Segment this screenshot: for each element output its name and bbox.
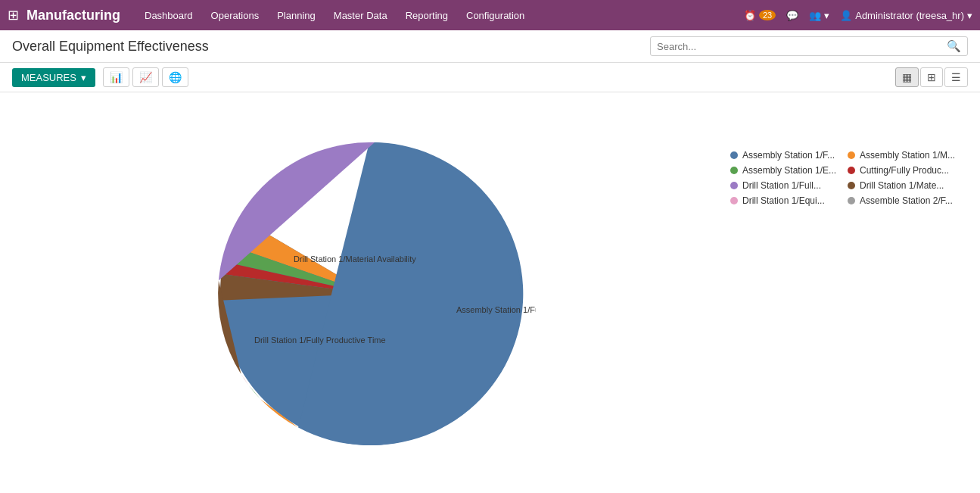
measures-dropdown-arrow: ▾ xyxy=(81,72,86,83)
legend-item-5: Drill Station 1/Mate... xyxy=(848,180,957,191)
chart-view-button[interactable]: ▦ xyxy=(895,67,919,87)
chat-icon: 💬 xyxy=(786,10,798,21)
search-input[interactable] xyxy=(657,41,947,52)
pie-chart-icon: 🌐 xyxy=(169,71,182,83)
pie-chart: Assembly Station 1/Fully Productive Time… xyxy=(203,127,536,460)
legend-item-2: Assembly Station 1/E... xyxy=(730,165,840,176)
nav-planning[interactable]: Planning xyxy=(275,7,317,24)
nav-dashboard[interactable]: Dashboard xyxy=(143,7,194,24)
legend-label-4: Drill Station 1/Full... xyxy=(742,180,821,191)
bar-chart-button[interactable]: 📊 xyxy=(103,67,129,87)
nav-configuration[interactable]: Configuration xyxy=(465,7,526,24)
legend-area: Assembly Station 1/F... Assembly Station… xyxy=(723,108,965,479)
measures-button[interactable]: MEASURES ▾ xyxy=(12,68,95,87)
user-icon: 👤 xyxy=(840,10,852,21)
chart-area: Assembly Station 1/Fully Productive Time… xyxy=(15,108,723,479)
legend-label-1: Assembly Station 1/M... xyxy=(860,150,955,161)
legend-item-4: Drill Station 1/Full... xyxy=(730,180,840,191)
label-drill-material: Drill Station 1/Material Availability xyxy=(294,254,416,264)
view-toggle-buttons: ▦ ⊞ ☰ xyxy=(895,67,968,87)
chart-type-buttons: 📊 📈 🌐 xyxy=(103,67,188,87)
legend-label-6: Drill Station 1/Equi... xyxy=(742,195,825,206)
line-chart-button[interactable]: 📈 xyxy=(132,67,159,87)
chart-view-icon: ▦ xyxy=(902,71,912,83)
line-chart-icon: 📈 xyxy=(139,71,152,83)
search-icon[interactable]: 🔍 xyxy=(947,39,961,53)
page-title: Overall Equipment Effectiveness xyxy=(12,39,650,55)
list-view-icon: ☰ xyxy=(951,71,961,83)
label-drill-fpt: Drill Station 1/Fully Productive Time xyxy=(254,335,386,345)
label-assembly-fpt: Assembly Station 1/Fully Productive Time xyxy=(456,305,536,314)
table-view-icon: ⊞ xyxy=(927,71,936,83)
user-name: Administrator (treesa_hr) xyxy=(855,10,964,21)
legend-dot-6 xyxy=(730,197,738,204)
legend-dot-1 xyxy=(848,151,855,159)
list-view-button[interactable]: ☰ xyxy=(944,67,968,87)
chat-button[interactable]: 💬 xyxy=(786,10,798,21)
pie-chart-button[interactable]: 🌐 xyxy=(162,67,188,87)
top-right-icons: ⏰ 23 💬 👥 ▾ 👤 Administrator (treesa_hr) ▾ xyxy=(744,10,972,21)
nav-menu: Dashboard Operations Planning Master Dat… xyxy=(143,7,744,24)
bar-chart-icon: 📊 xyxy=(110,71,123,83)
legend-label-0: Assembly Station 1/F... xyxy=(742,150,835,161)
main-content: Assembly Station 1/Fully Productive Time… xyxy=(0,92,980,493)
sub-header: Overall Equipment Effectiveness 🔍 xyxy=(0,30,980,63)
legend-item-7: Assemble Station 2/F... xyxy=(848,195,957,206)
seg-assembly-fpt xyxy=(298,142,521,445)
legend-dot-2 xyxy=(730,167,738,174)
legend-dot-0 xyxy=(730,151,738,159)
legend-item-3: Cutting/Fully Produc... xyxy=(848,165,957,176)
user-menu-button[interactable]: 👤 Administrator (treesa_hr) ▾ xyxy=(840,10,972,21)
legend-label-2: Assembly Station 1/E... xyxy=(742,165,836,176)
toolbar: MEASURES ▾ 📊 📈 🌐 ▦ ⊞ ☰ xyxy=(0,63,980,92)
legend-dot-3 xyxy=(848,167,855,174)
measures-label: MEASURES xyxy=(21,72,76,83)
legend-label-5: Drill Station 1/Mate... xyxy=(860,180,944,191)
contacts-button[interactable]: 👥 ▾ xyxy=(809,10,829,21)
legend-dot-7 xyxy=(848,197,855,204)
nav-reporting[interactable]: Reporting xyxy=(404,7,450,24)
app-grid-icon[interactable]: ⊞ xyxy=(8,7,19,23)
top-navigation: ⊞ Manufacturing Dashboard Operations Pla… xyxy=(0,0,980,30)
search-bar: 🔍 xyxy=(650,36,968,56)
legend-label-7: Assemble Station 2/F... xyxy=(860,195,953,206)
legend-item-1: Assembly Station 1/M... xyxy=(848,150,957,161)
app-title: Manufacturing xyxy=(26,8,120,23)
notifications-button[interactable]: ⏰ 23 xyxy=(744,10,776,21)
nav-operations[interactable]: Operations xyxy=(210,7,261,24)
legend-item-0: Assembly Station 1/F... xyxy=(730,150,840,161)
legend-item-6: Drill Station 1/Equi... xyxy=(730,195,840,206)
user-arrow: ▾ xyxy=(967,10,972,21)
notification-badge: 23 xyxy=(759,10,776,20)
legend-dot-5 xyxy=(848,182,855,189)
contacts-icon: 👥 xyxy=(809,10,821,21)
legend-label-3: Cutting/Fully Produc... xyxy=(860,165,949,176)
table-view-button[interactable]: ⊞ xyxy=(920,67,943,87)
legend-grid: Assembly Station 1/F... Assembly Station… xyxy=(730,150,957,206)
legend-dot-4 xyxy=(730,182,738,189)
contacts-arrow: ▾ xyxy=(824,10,829,21)
bell-icon: ⏰ xyxy=(744,10,756,21)
nav-master-data[interactable]: Master Data xyxy=(332,7,389,24)
